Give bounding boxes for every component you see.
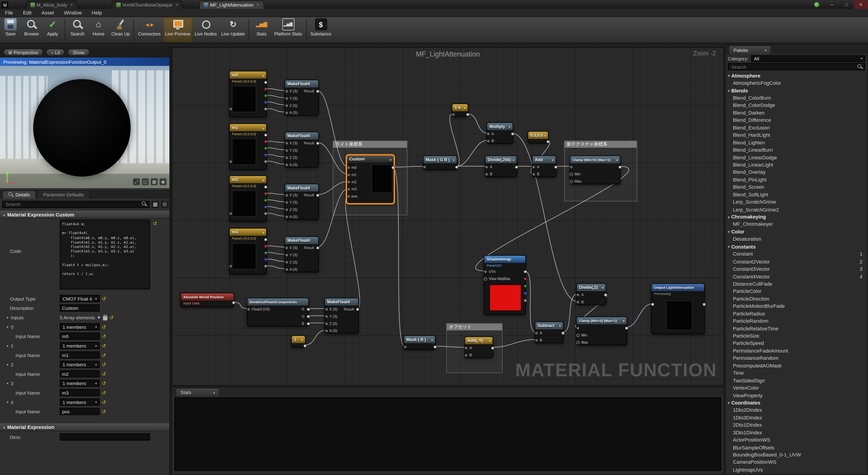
show-button[interactable]: Show (68, 49, 89, 56)
palette-item-camerapositionws[interactable]: CameraPositionWS (726, 459, 868, 466)
maximize-button[interactable]: □ (839, 0, 854, 8)
toolbar-button-live-preview[interactable]: Live Preview (163, 17, 193, 43)
palette-item-perinstancefadeamount[interactable]: PerInstanceFadeAmount (726, 347, 868, 354)
output-pin[interactable] (515, 165, 518, 168)
input-pin[interactable] (229, 107, 232, 111)
graph-node-mask_r[interactable]: Mask ( R )▾ (403, 335, 436, 350)
members-dropdown[interactable]: 1 members▾ (60, 342, 99, 349)
graph-node-constant2vector[interactable]: 0.5,0.5▾ (528, 131, 549, 143)
details-search-box[interactable] (2, 201, 149, 208)
graph-node-oneminus[interactable]: 1-x▾ (452, 103, 468, 117)
collapse-arrow-icon[interactable]: ▾ (623, 319, 625, 322)
viewport-tool-icon[interactable]: ◱ (142, 178, 149, 186)
menu-window[interactable]: Window (59, 10, 87, 15)
graph-node-add[interactable]: Add▾AB (532, 156, 556, 177)
reset-to-default-icon[interactable]: ↺ (102, 343, 106, 348)
input-pin[interactable] (325, 322, 329, 325)
output-pin[interactable] (466, 113, 469, 116)
output-pin[interactable] (264, 205, 268, 209)
toolbar-button-search[interactable]: Search (67, 17, 88, 43)
material-graph-canvas[interactable]: MF_LightAttenuation Zoom -2 ライト座標系 影テクスチ… (172, 47, 724, 386)
graph-node-makefloat4[interactable]: MakeFloat4X (S)Y (S)Z (S)A (S)Result (285, 236, 319, 272)
output-pin[interactable] (524, 298, 527, 302)
input-pin[interactable] (576, 326, 580, 330)
reset-to-default-icon[interactable]: ↺ (102, 409, 106, 414)
output-pin[interactable] (264, 147, 268, 150)
reset-to-default-icon[interactable]: ↺ (153, 221, 157, 226)
palette-item-constant4vector[interactable]: Constant4Vector4 (726, 273, 868, 280)
palette-item-blend-hardlight[interactable]: Blend_HardLight (726, 131, 868, 139)
palette-category-color[interactable]: ▾Color (726, 228, 868, 235)
input-pin[interactable] (247, 307, 250, 311)
tab-details[interactable]: Details (2, 190, 36, 199)
toolbar-button-stats[interactable]: Stats (251, 17, 272, 43)
collapse-arrow-icon[interactable]: ▾ (616, 158, 618, 161)
collapse-arrow-icon[interactable]: ▾ (453, 158, 455, 161)
visibility-filter-icon[interactable]: ⊙ (161, 201, 168, 208)
palette-category-blends[interactable]: ▾Blends (726, 87, 868, 94)
palette-item-constant3vector[interactable]: Constant3Vector3 (726, 265, 868, 273)
output-pin[interactable] (303, 344, 307, 347)
graph-node-makefloat4[interactable]: MakeFloat4X (S)Y (S)Z (S)A (S)Result (285, 132, 319, 168)
input-pin[interactable] (285, 149, 288, 152)
palette-item-2dto1dindex[interactable]: 2Dto1DIndex (726, 421, 868, 429)
input-pin[interactable] (285, 193, 288, 197)
output-pin[interactable] (264, 107, 268, 111)
graph-node-m2[interactable]: m2▴Param (0,0,0,0) (229, 176, 267, 222)
palette-item-blend-exclusion[interactable]: Blend_Exclusion (726, 124, 868, 131)
palette-item-vertexcolor[interactable]: VertexColor (726, 384, 868, 392)
reset-to-default-icon[interactable]: ↺ (102, 361, 106, 367)
palette-item-particlemotionblurfade[interactable]: ParticleMotionBlurFade (726, 303, 868, 310)
reset-to-default-icon[interactable]: ↺ (102, 381, 106, 386)
reset-to-default-icon[interactable]: ↺ (102, 371, 106, 377)
collapse-arrow-icon[interactable]: ▴ (390, 158, 392, 161)
output-pin[interactable] (316, 90, 319, 93)
input-name-field[interactable] (60, 351, 99, 359)
output-pin[interactable] (307, 315, 310, 318)
palette-item-particlesize[interactable]: ParticleSize (726, 332, 868, 340)
output-pin[interactable] (524, 284, 527, 288)
search-input[interactable] (730, 63, 857, 70)
input-index-row-1[interactable]: ▾ 11 members▾↺ (0, 341, 169, 350)
viewport-tool-icon[interactable]: ◉ (159, 178, 166, 186)
members-dropdown[interactable]: 1 members▾ (60, 380, 99, 387)
inputs-header-row[interactable]: ▾ Inputs 5 Array elements + ↺ (0, 313, 169, 322)
reset-to-default-icon[interactable]: ↺ (102, 334, 106, 339)
graph-node-subtract[interactable]: Subtract▾AB (535, 322, 563, 343)
asset-tab-mf-lightattenuation[interactable]: MF_LightAttenuation ✕ (199, 0, 264, 9)
input-pin[interactable] (576, 300, 580, 304)
input-pin[interactable] (484, 270, 487, 273)
toolbar-button-live-update[interactable]: Live Update (219, 17, 247, 43)
input-pin[interactable] (465, 346, 468, 350)
members-dropdown[interactable]: 1 members▾ (60, 399, 99, 406)
input-pin[interactable] (347, 166, 350, 169)
graph-node-divide256[interactable]: Divide(,256)▾AB (485, 156, 517, 177)
palette-item-blend-lighten[interactable]: Blend_Lighten (726, 139, 868, 147)
toolbar-button-save[interactable]: Save (0, 17, 21, 43)
chevron-down-icon[interactable]: ▾ (213, 390, 215, 394)
palette-item-particledirection[interactable]: ParticleDirection (726, 295, 868, 303)
output-pin[interactable] (307, 322, 310, 325)
input-index-row-3[interactable]: ▾ 31 members▾↺ (0, 379, 169, 388)
input-pin[interactable] (285, 267, 288, 271)
input-pin[interactable] (532, 172, 535, 176)
palette-item-blend-colorburn[interactable]: Blend_ColorBurn (726, 94, 868, 102)
palette-item-blend-colordodge[interactable]: Blend_ColorDodge (726, 102, 868, 109)
toolbar-button-substance[interactable]: Substance (308, 17, 333, 43)
palette-item-distancecullfade[interactable]: DistanceCullFade (726, 280, 868, 288)
asset-tab-vrmmtoonbaseopaque[interactable]: VrmMToonBaseOpaque ✕ (112, 0, 183, 9)
graph-node-addneg5[interactable]: Add(,-5)▾AB (465, 337, 493, 358)
palette-item-lerp-scratchgrime[interactable]: Lerp_ScratchGrime (726, 198, 868, 206)
palette-item-particlecolor[interactable]: ParticleColor (726, 288, 868, 295)
collapse-arrow-icon[interactable]: ▾ (301, 338, 303, 341)
graph-node-divide2[interactable]: Divide(,2)▾AB (576, 283, 606, 305)
palette-item-particleradius[interactable]: ParticleRadius (726, 310, 868, 317)
output-pin[interactable] (524, 277, 527, 280)
graph-node-constant-one[interactable]: 1▾ (291, 335, 306, 348)
input-pin[interactable] (285, 215, 288, 218)
palette-item-blend-linearburn[interactable]: Blend_LinearBurn (726, 146, 868, 154)
output-pin[interactable] (232, 301, 235, 305)
palette-item-blend-linearlight[interactable]: Blend_LinearLight (726, 161, 868, 168)
input-pin[interactable] (229, 264, 232, 268)
collapse-arrow-icon[interactable]: ▴ (262, 230, 264, 234)
